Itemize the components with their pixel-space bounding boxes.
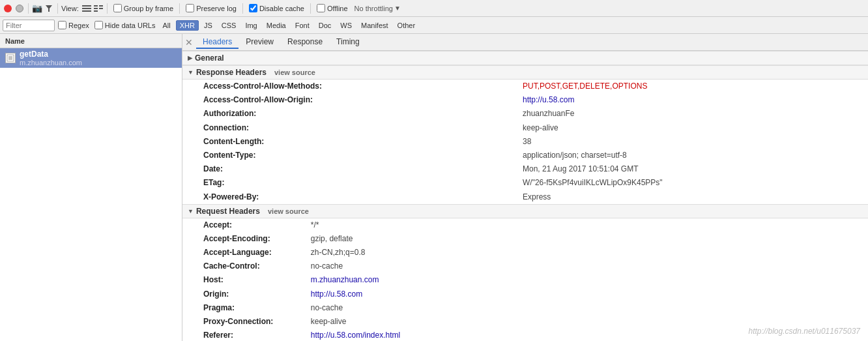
main-content: Name getData m.zhuanzhuan.com ✕ Headers … (0, 34, 868, 341)
regex-label: Regex (68, 22, 89, 29)
header-value: Express (502, 190, 868, 204)
svg-rect-6 (94, 8, 98, 9)
clear-button[interactable] (14, 3, 25, 14)
type-ws-button[interactable]: WS (336, 20, 356, 31)
group-by-frame-checkbox[interactable] (113, 4, 122, 12)
toolbar-row2: Regex Hide data URLs All XHR JS CSS Img … (0, 17, 868, 34)
preserve-log-checkbox[interactable] (186, 4, 194, 12)
request-header-row: Origin: http://u.58.com (182, 288, 868, 301)
header-value: PUT,POST,GET,DELETE,OPTIONS (502, 80, 868, 93)
header-name: Content-Length: (182, 135, 502, 149)
record-button[interactable] (3, 3, 13, 14)
filter-input[interactable] (3, 20, 55, 31)
header-value: m.zhuanzhuan.com (290, 273, 868, 287)
separator3 (107, 3, 108, 14)
header-value: W/"26-f5KsPf4vuiIKLcWLipOx9K45PPs" (502, 176, 868, 190)
response-headers-view-source[interactable]: view source (274, 68, 315, 76)
svg-marker-0 (46, 5, 52, 12)
right-panel: ✕ Headers Preview Response Timing ▶ Gene… (182, 34, 868, 341)
tab-preview[interactable]: Preview (239, 36, 280, 49)
svg-rect-2 (82, 8, 91, 9)
separator2 (57, 3, 58, 14)
type-js-button[interactable]: JS (200, 20, 216, 31)
header-name: Accept-Language: (182, 246, 290, 259)
header-name: ETag: (182, 176, 502, 190)
type-other-button[interactable]: Other (394, 20, 420, 31)
header-value: http://u.58.com (290, 288, 868, 301)
tab-timing[interactable]: Timing (330, 36, 366, 49)
header-name: Content-Type: (182, 149, 502, 162)
preserve-log-label: Preserve log (196, 5, 237, 12)
offline-group[interactable]: Offline (317, 4, 348, 12)
view-tree-icon[interactable] (93, 3, 104, 14)
toolbar-row1: 📷 View: Group by frame Preserve log Disa… (0, 0, 868, 17)
response-headers-section-header[interactable]: ▼ Response Headers view source (182, 65, 868, 80)
view-list-icon[interactable] (81, 3, 92, 14)
type-manifest-button[interactable]: Manifest (357, 20, 392, 31)
header-value: Mon, 21 Aug 2017 10:51:04 GMT (502, 162, 868, 176)
tab-headers[interactable]: Headers (196, 36, 239, 49)
general-section-header[interactable]: ▶ General (182, 51, 868, 65)
camera-icon[interactable]: 📷 (32, 3, 42, 14)
separator4 (179, 3, 180, 14)
request-header-row: Accept: */* (182, 218, 868, 232)
regex-checkbox[interactable] (58, 21, 66, 29)
response-header-row: X-Powered-By: Express (182, 190, 868, 204)
list-header-name: Name (5, 37, 25, 45)
type-css-button[interactable]: CSS (218, 20, 240, 31)
header-value: gzip, deflate (290, 232, 868, 246)
request-header-row: Proxy-Connection: keep-alive (182, 315, 868, 329)
header-name: Access-Control-Allow-Origin: (182, 93, 502, 107)
tab-response[interactable]: Response (281, 36, 329, 49)
type-all-button[interactable]: All (158, 20, 174, 31)
separator6 (310, 3, 311, 14)
list-item[interactable]: getData m.zhuanzhuan.com (0, 48, 182, 68)
offline-label: Offline (327, 5, 348, 12)
disable-cache-checkbox[interactable] (249, 4, 257, 12)
request-header-row: Referer: http://u.58.com/index.html (182, 329, 868, 341)
request-header-row: Pragma: no-cache (182, 301, 868, 315)
svg-rect-1 (82, 5, 91, 7)
request-header-row: Cache-Control: no-cache (182, 259, 868, 273)
hide-data-urls-group[interactable]: Hide data URLs (94, 21, 156, 29)
header-name: Pragma: (182, 301, 290, 315)
type-xhr-button[interactable]: XHR (176, 20, 199, 31)
request-headers-section-header[interactable]: ▼ Request Headers view source (182, 204, 868, 218)
response-header-row: Date: Mon, 21 Aug 2017 10:51:04 GMT (182, 162, 868, 176)
preserve-log-group[interactable]: Preserve log (186, 4, 237, 12)
close-button[interactable]: ✕ (185, 37, 193, 48)
request-headers-triangle: ▼ (188, 208, 194, 215)
offline-checkbox[interactable] (317, 4, 325, 12)
svg-rect-7 (99, 8, 103, 9)
header-name: Connection: (182, 121, 502, 135)
type-media-button[interactable]: Media (263, 20, 290, 31)
hide-data-urls-checkbox[interactable] (94, 21, 103, 29)
header-value: application/json; charset=utf-8 (502, 149, 868, 162)
request-header-row: Accept-Encoding: gzip, deflate (182, 232, 868, 246)
view-label: View: (61, 5, 79, 12)
header-value: 38 (502, 135, 868, 149)
header-value: zhuanzhuanFe (502, 107, 868, 121)
type-font-button[interactable]: Font (291, 20, 313, 31)
header-name: Proxy-Connection: (182, 315, 290, 329)
disable-cache-group[interactable]: Disable cache (249, 4, 304, 12)
regex-group[interactable]: Regex (58, 21, 89, 29)
header-value: keep-alive (290, 315, 868, 329)
response-header-row: Authorization: zhuanzhuanFe (182, 107, 868, 121)
no-throttling-label: No throttling (354, 5, 393, 12)
header-value: http://u.58.com (502, 93, 868, 107)
request-headers-view-source[interactable]: view source (268, 207, 309, 215)
response-header-row: Access-Control-Allow-Origin: http://u.58… (182, 93, 868, 107)
throttle-dropdown-arrow[interactable]: ▼ (394, 5, 401, 12)
group-by-frame-label: Group by frame (124, 5, 173, 12)
header-value: */* (290, 218, 868, 232)
disable-cache-label: Disable cache (259, 5, 304, 12)
request-item-info: getData m.zhuanzhuan.com (20, 50, 82, 67)
type-doc-button[interactable]: Doc (315, 20, 336, 31)
header-name: Host: (182, 273, 290, 287)
general-triangle: ▶ (188, 55, 192, 61)
type-img-button[interactable]: Img (241, 20, 261, 31)
left-panel: Name getData m.zhuanzhuan.com (0, 34, 182, 341)
group-by-frame-group[interactable]: Group by frame (113, 4, 173, 12)
filter-icon[interactable] (44, 3, 54, 14)
